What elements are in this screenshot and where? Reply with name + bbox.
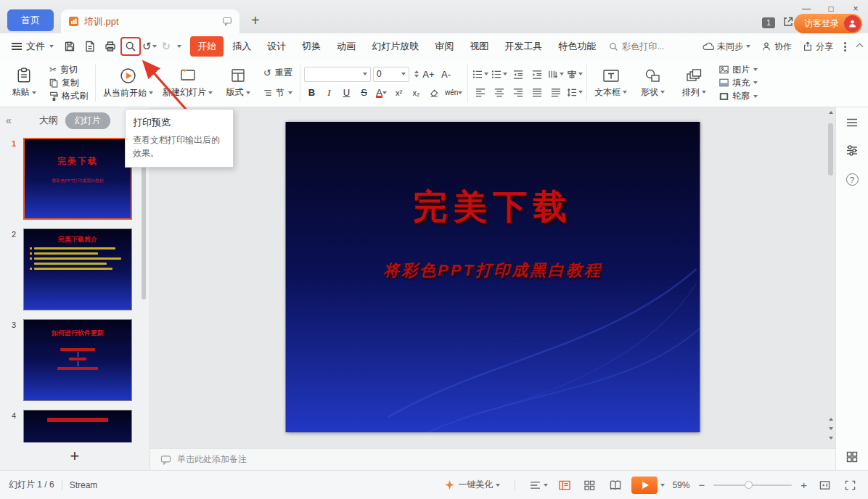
collapse-ribbon-icon[interactable] [856, 43, 864, 50]
superscript-button[interactable]: x² [391, 86, 406, 100]
section-button[interactable]: 节 [260, 86, 296, 100]
more-menu-icon[interactable] [844, 46, 846, 48]
line-spacing-button[interactable] [566, 85, 583, 99]
bold-button[interactable]: B [304, 86, 319, 100]
new-slide-button[interactable]: 新建幻灯片 [159, 62, 216, 104]
save-button[interactable] [60, 37, 80, 56]
align-center-button[interactable] [491, 85, 507, 99]
fill-button[interactable]: 填充 [716, 76, 761, 89]
collapse-panel-button[interactable]: « [6, 115, 12, 126]
increase-font-button[interactable]: A+ [421, 67, 436, 81]
new-tab-button[interactable]: + [251, 13, 260, 28]
distribute-button[interactable] [547, 85, 564, 99]
shapes-button[interactable]: 形状 [633, 62, 672, 104]
current-slide[interactable]: 完美下载 将彩色PPT打印成黑白教程 [286, 122, 700, 432]
tab-insert[interactable]: 插入 [225, 36, 258, 57]
share-button[interactable]: 分享 [803, 41, 833, 53]
reset-slide-button[interactable]: ↺重置 [260, 66, 296, 80]
cut-button[interactable]: ✂剪切 [46, 63, 91, 76]
tab-slideshow[interactable]: 幻灯片放映 [364, 36, 426, 57]
document-tab[interactable]: 培训.ppt [61, 9, 239, 33]
tab-home[interactable]: 开始 [190, 36, 224, 57]
one-click-beautify-button[interactable]: 一键美化 [444, 479, 500, 491]
slide-thumbnail-2[interactable]: 完美下载简介 [23, 228, 132, 310]
document-count-badge[interactable]: 1 [762, 17, 775, 28]
outline-button[interactable]: 轮廓 [716, 90, 761, 103]
zoom-in-button[interactable]: + [799, 479, 808, 491]
pinyin-guide-button[interactable]: wén [443, 86, 464, 100]
zoom-out-button[interactable]: − [697, 479, 706, 491]
add-slide-button[interactable]: + [70, 448, 80, 464]
play-from-current-button[interactable]: 从当前开始 [99, 62, 157, 104]
ribbon-search[interactable]: 彩色打印... [609, 41, 664, 53]
tab-review[interactable]: 审阅 [427, 36, 461, 57]
zoom-level[interactable]: 59% [672, 480, 689, 490]
font-name-select[interactable] [304, 67, 371, 82]
font-size-select[interactable]: 0 [373, 67, 409, 82]
fit-slide-button[interactable] [816, 477, 834, 493]
format-painter-button[interactable]: 格式刷 [46, 90, 91, 103]
underline-button[interactable]: U [339, 86, 354, 100]
print-button[interactable] [100, 37, 120, 56]
display-options-button[interactable] [530, 481, 548, 490]
copy-button[interactable]: 复制 [46, 76, 91, 89]
share-window-icon[interactable] [782, 16, 794, 28]
scroll-up-icon[interactable] [826, 111, 835, 114]
decrease-font-button[interactable]: A- [438, 67, 454, 81]
slide-sorter-view-button[interactable] [581, 477, 599, 493]
reading-view-button[interactable] [606, 477, 624, 493]
tab-transitions[interactable]: 切换 [295, 36, 328, 57]
increase-indent-button[interactable] [528, 67, 545, 81]
grid-view-icon[interactable] [846, 451, 858, 463]
vertical-scrollbar[interactable] [826, 107, 835, 448]
chevron-down-icon[interactable] [660, 484, 665, 487]
slide-title-text[interactable]: 完美下载 [286, 184, 700, 230]
paste-button[interactable]: 粘贴 [4, 62, 44, 104]
slide-thumbnail-4[interactable] [23, 410, 132, 442]
fullscreen-button[interactable] [841, 477, 859, 493]
undo-icon[interactable]: ↺ [142, 40, 152, 53]
numbered-list-button[interactable] [491, 67, 507, 81]
collaborate-button[interactable]: 协作 [761, 41, 792, 53]
text-direction-button[interactable] [547, 67, 564, 81]
picture-button[interactable]: 图片 [716, 63, 761, 76]
slide-subtitle-text[interactable]: 将彩色PPT打印成黑白教程 [286, 260, 700, 281]
zoom-slider-knob[interactable] [745, 481, 753, 489]
tab-design[interactable]: 设计 [260, 36, 293, 57]
maximize-button[interactable]: □ [819, 0, 843, 17]
align-objects-button[interactable] [566, 67, 583, 81]
tab-comment-icon[interactable] [222, 17, 232, 26]
tab-animations[interactable]: 动画 [329, 36, 363, 57]
arrange-button[interactable]: 排列 [674, 62, 713, 104]
slide-layout-button[interactable]: 版式 [218, 62, 258, 104]
italic-button[interactable]: I [322, 86, 337, 100]
subscript-button[interactable]: x₂ [409, 86, 424, 100]
font-color-button[interactable]: A [374, 86, 389, 100]
slide-thumbnail-3[interactable]: 如何进行软件更新 [23, 319, 132, 401]
close-button[interactable]: × [843, 0, 868, 17]
print-preview-button[interactable] [120, 37, 141, 56]
properties-sliders-icon[interactable] [846, 145, 858, 156]
justify-button[interactable] [528, 85, 545, 99]
notes-bar[interactable]: 单击此处添加备注 [150, 448, 835, 470]
align-right-button[interactable] [509, 85, 526, 99]
font-size-stepper[interactable] [414, 70, 419, 78]
slides-tab[interactable]: 幻灯片 [65, 112, 110, 129]
scroll-down-icon[interactable] [829, 437, 833, 440]
slideshow-play-button[interactable] [631, 477, 658, 494]
toolbar-more-icon[interactable] [177, 45, 181, 48]
tab-view[interactable]: 视图 [462, 36, 496, 57]
minimize-button[interactable]: — [794, 0, 819, 17]
bullet-list-button[interactable] [472, 67, 488, 81]
slide-thumbnail-1[interactable]: 完美下载 将彩色PPT打印成黑白教程 [23, 138, 132, 220]
export-button[interactable] [80, 37, 100, 56]
object-pane-icon[interactable] [846, 117, 858, 128]
decrease-indent-button[interactable] [509, 67, 526, 81]
outline-tab[interactable]: 大纲 [39, 114, 58, 127]
clear-format-button[interactable] [426, 86, 441, 100]
stream-tab[interactable]: Stream [70, 480, 98, 490]
help-icon[interactable]: ? [846, 173, 859, 186]
text-box-button[interactable]: 文本框 [591, 62, 631, 104]
normal-view-button[interactable] [555, 477, 573, 493]
zoom-slider[interactable] [713, 484, 792, 486]
